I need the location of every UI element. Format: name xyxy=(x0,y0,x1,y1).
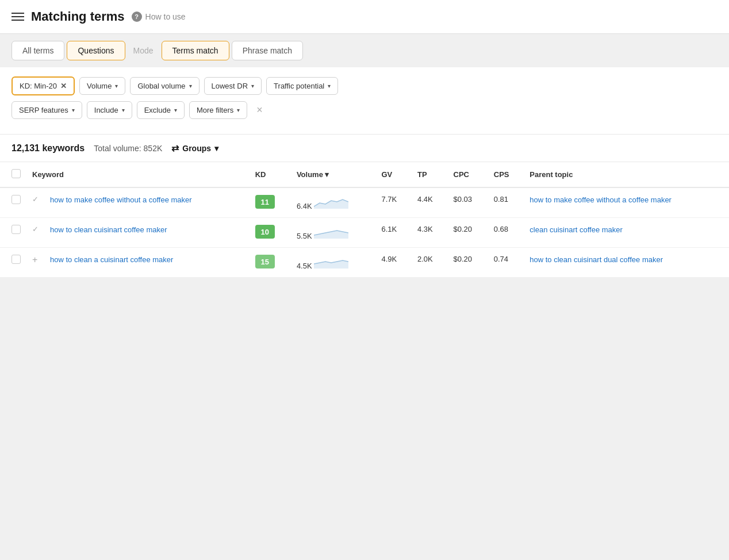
filter-volume-label: Volume xyxy=(87,82,112,90)
header-cps[interactable]: CPS xyxy=(488,162,524,187)
row-2-kd-cell: 10 xyxy=(250,218,291,248)
row-3-cps: 0.74 xyxy=(488,248,524,278)
filter-volume[interactable]: Volume ▾ xyxy=(79,77,125,95)
header-tp[interactable]: TP xyxy=(412,162,448,187)
filter-include[interactable]: Include ▾ xyxy=(87,101,132,119)
help-link[interactable]: ? How to use xyxy=(132,11,186,22)
keywords-table-container: Keyword KD Volume ▾ GV TP CPC CP xyxy=(0,162,729,278)
table-row: + how to clean a cuisinart coffee maker … xyxy=(0,248,729,278)
clear-filters-button[interactable]: × xyxy=(252,102,267,118)
row-1-cps: 0.81 xyxy=(488,187,524,218)
row-3-checkbox[interactable] xyxy=(11,255,21,264)
filter-include-label: Include xyxy=(94,106,118,114)
header-keyword[interactable]: Keyword xyxy=(26,162,250,187)
select-all-checkbox[interactable] xyxy=(11,169,21,178)
row-1-checkmark: ✓ xyxy=(26,187,44,218)
row-1-kd-cell: 11 xyxy=(250,187,291,218)
row-3-kd-cell: 15 xyxy=(250,248,291,278)
filter-exclude[interactable]: Exclude ▾ xyxy=(137,101,185,119)
filter-lowest-dr[interactable]: Lowest DR ▾ xyxy=(204,77,262,95)
results-bar: 12,131 keywords Total volume: 852K ⇄ Gro… xyxy=(0,135,729,162)
filter-traffic-potential[interactable]: Traffic potential ▾ xyxy=(266,77,338,95)
chevron-down-icon: ▾ xyxy=(122,107,125,113)
header-parent-topic[interactable]: Parent topic xyxy=(524,162,729,187)
results-count: 12,131 keywords xyxy=(11,143,85,154)
page-title: Matching terms xyxy=(31,9,125,24)
chevron-down-icon: ▾ xyxy=(72,107,75,113)
header-volume[interactable]: Volume ▾ xyxy=(291,162,376,187)
chevron-down-icon: ▾ xyxy=(251,83,254,89)
filter-lowest-dr-label: Lowest DR xyxy=(212,82,248,90)
header-gv[interactable]: GV xyxy=(375,162,412,187)
row-2-checkbox-cell[interactable] xyxy=(0,218,26,248)
header: Matching terms ? How to use xyxy=(0,0,729,34)
svg-marker-0 xyxy=(314,200,348,209)
svg-marker-2 xyxy=(314,260,348,269)
row-1-sparkline xyxy=(314,195,348,209)
row-3-checkbox-cell[interactable] xyxy=(0,248,26,278)
filters-section: KD: Min-20 ✕ Volume ▾ Global volume ▾ Lo… xyxy=(0,67,729,135)
chevron-down-icon: ▾ xyxy=(328,83,331,89)
filter-kd-label: KD: Min-20 xyxy=(20,82,57,90)
row-2-volume: 5.5K xyxy=(291,218,376,248)
filter-kd[interactable]: KD: Min-20 ✕ xyxy=(11,76,75,95)
row-3-keyword-cell[interactable]: how to clean a cuisinart coffee maker xyxy=(44,248,250,278)
filter-more-filters[interactable]: More filters ▾ xyxy=(189,101,247,119)
row-3-volume: 4.5K xyxy=(291,248,376,278)
hamburger-menu[interactable] xyxy=(11,13,24,21)
help-icon: ? xyxy=(132,11,142,22)
row-3-cpc: $0.20 xyxy=(448,248,488,278)
tab-mode-label: Mode xyxy=(128,41,159,60)
table-row: ✓ how to clean cuisinart coffee maker 10… xyxy=(0,218,729,248)
row-2-sparkline xyxy=(314,225,348,239)
tabs-bar: All terms Questions Mode Terms match Phr… xyxy=(0,34,729,67)
help-text: How to use xyxy=(145,12,186,21)
chevron-down-icon: ▾ xyxy=(189,83,192,89)
chevron-down-icon: ▾ xyxy=(174,107,177,113)
filter-serp-features[interactable]: SERP features ▾ xyxy=(11,101,82,119)
row-3-gv: 4.9K xyxy=(375,248,412,278)
tab-phrase-match[interactable]: Phrase match xyxy=(232,41,303,60)
tab-all-terms[interactable]: All terms xyxy=(11,41,64,60)
row-3-parent-topic-cell[interactable]: how to clean cuisinart dual coffee maker xyxy=(524,248,729,278)
filter-more-label: More filters xyxy=(197,106,233,114)
row-1-checkbox-cell[interactable] xyxy=(0,187,26,218)
row-2-keyword-cell[interactable]: how to clean cuisinart coffee maker xyxy=(44,218,250,248)
row-3-kd-badge: 15 xyxy=(255,255,275,269)
row-2-cps: 0.68 xyxy=(488,218,524,248)
row-3-keyword-link[interactable]: how to clean a cuisinart coffee maker xyxy=(50,255,244,265)
row-1-checkbox[interactable] xyxy=(11,195,21,204)
row-1-tp: 4.4K xyxy=(412,187,448,218)
row-2-checkbox[interactable] xyxy=(11,225,21,234)
header-select-all[interactable] xyxy=(0,162,26,187)
filter-exclude-label: Exclude xyxy=(144,106,171,114)
filter-serp-label: SERP features xyxy=(19,106,68,114)
header-cpc[interactable]: CPC xyxy=(448,162,488,187)
row-2-keyword-link[interactable]: how to clean cuisinart coffee maker xyxy=(50,225,244,235)
table-header-row: Keyword KD Volume ▾ GV TP CPC CP xyxy=(0,162,729,187)
row-1-parent-topic-cell[interactable]: how to make coffee without a coffee make… xyxy=(524,187,729,218)
row-1-volume: 6.4K xyxy=(291,187,376,218)
row-1-keyword-link[interactable]: how to make coffee without a coffee make… xyxy=(50,195,244,205)
row-1-parent-topic-link[interactable]: how to make coffee without a coffee make… xyxy=(530,195,723,205)
filters-row-2: SERP features ▾ Include ▾ Exclude ▾ More… xyxy=(11,101,718,119)
row-2-kd-badge: 10 xyxy=(255,225,275,239)
row-1-cpc: $0.03 xyxy=(448,187,488,218)
groups-button[interactable]: ⇄ Groups ▾ xyxy=(171,143,218,154)
total-volume: Total volume: 852K xyxy=(94,144,162,153)
row-1-kd-badge: 11 xyxy=(255,195,275,209)
row-2-gv: 6.1K xyxy=(375,218,412,248)
row-2-parent-topic-link[interactable]: clean cuisinart coffee maker xyxy=(530,225,723,235)
row-3-parent-topic-link[interactable]: how to clean cuisinart dual coffee maker xyxy=(530,255,723,265)
tab-terms-match[interactable]: Terms match xyxy=(162,41,229,60)
filter-global-volume[interactable]: Global volume ▾ xyxy=(130,77,199,95)
tab-questions[interactable]: Questions xyxy=(67,41,125,60)
row-1-keyword-cell[interactable]: how to make coffee without a coffee make… xyxy=(44,187,250,218)
groups-label: Groups xyxy=(182,144,211,153)
filter-kd-close[interactable]: ✕ xyxy=(60,82,67,90)
row-2-parent-topic-cell[interactable]: clean cuisinart coffee maker xyxy=(524,218,729,248)
row-2-checkmark: ✓ xyxy=(26,218,44,248)
header-kd[interactable]: KD xyxy=(250,162,291,187)
row-1-gv: 7.7K xyxy=(375,187,412,218)
table-row: ✓ how to make coffee without a coffee ma… xyxy=(0,187,729,218)
